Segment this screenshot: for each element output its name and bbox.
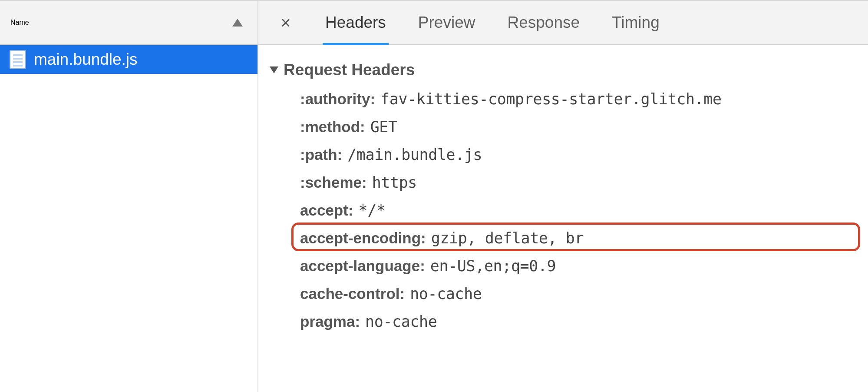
- tab-label: Headers: [325, 13, 386, 32]
- tab-label: Response: [507, 13, 580, 32]
- header-value: no-cache: [410, 285, 482, 302]
- tab-response[interactable]: Response: [505, 1, 581, 44]
- header-row: accept-language: en-US,en;q=0.9: [300, 257, 852, 275]
- header-value: gzip, deflate, br: [431, 229, 584, 247]
- header-key: :authority:: [300, 90, 375, 108]
- section-header[interactable]: Request Headers: [267, 61, 852, 79]
- document-icon: [10, 50, 26, 69]
- header-row: cache-control: no-cache: [300, 285, 852, 302]
- header-row: pragma: no-cache: [300, 313, 852, 330]
- request-file-name: main.bundle.js: [34, 50, 138, 69]
- tab-label: Timing: [612, 13, 660, 32]
- sort-ascending-icon: [232, 19, 243, 27]
- header-value: https: [372, 174, 417, 191]
- header-row: accept: */*: [300, 202, 852, 219]
- headers-content: Request Headers :authority: fav-kitties-…: [258, 45, 868, 341]
- request-headers-list: :authority: fav-kitties-compress-starter…: [267, 90, 852, 330]
- detail-panel: × Headers Preview Response Timing Reques…: [258, 1, 868, 392]
- tab-preview[interactable]: Preview: [416, 1, 477, 44]
- header-value: */*: [359, 202, 386, 219]
- header-row: :path: /main.bundle.js: [300, 146, 852, 163]
- header-row: :scheme: https: [300, 174, 852, 191]
- header-value: /main.bundle.js: [347, 146, 482, 163]
- sidebar-column-header[interactable]: Name: [0, 1, 257, 45]
- section-title: Request Headers: [284, 61, 415, 79]
- header-value: en-US,en;q=0.9: [430, 257, 556, 275]
- header-key: cache-control:: [300, 285, 405, 302]
- header-key: :path:: [300, 146, 342, 163]
- sidebar-column-label: Name: [10, 19, 29, 27]
- header-value: no-cache: [365, 313, 437, 330]
- tab-timing[interactable]: Timing: [610, 1, 661, 44]
- header-key: accept:: [300, 202, 353, 219]
- network-request-row[interactable]: main.bundle.js: [0, 45, 257, 74]
- tab-headers[interactable]: Headers: [323, 1, 388, 44]
- tab-label: Preview: [418, 13, 475, 32]
- header-key: accept-encoding:: [300, 229, 426, 247]
- header-row-highlighted: accept-encoding: gzip, deflate, br: [300, 229, 852, 247]
- header-value: GET: [370, 118, 397, 136]
- detail-tabbar: × Headers Preview Response Timing: [258, 1, 868, 45]
- close-icon[interactable]: ×: [274, 13, 297, 33]
- header-row: :authority: fav-kitties-compress-starter…: [300, 90, 852, 108]
- header-value: fav-kitties-compress-starter.glitch.me: [380, 90, 722, 108]
- triangle-down-icon: [270, 66, 278, 73]
- header-key: :method:: [300, 118, 365, 136]
- header-key: :scheme:: [300, 174, 367, 191]
- header-key: pragma:: [300, 313, 360, 330]
- header-row: :method: GET: [300, 118, 852, 136]
- header-key: accept-language:: [300, 257, 425, 275]
- network-sidebar: Name main.bundle.js: [0, 1, 258, 392]
